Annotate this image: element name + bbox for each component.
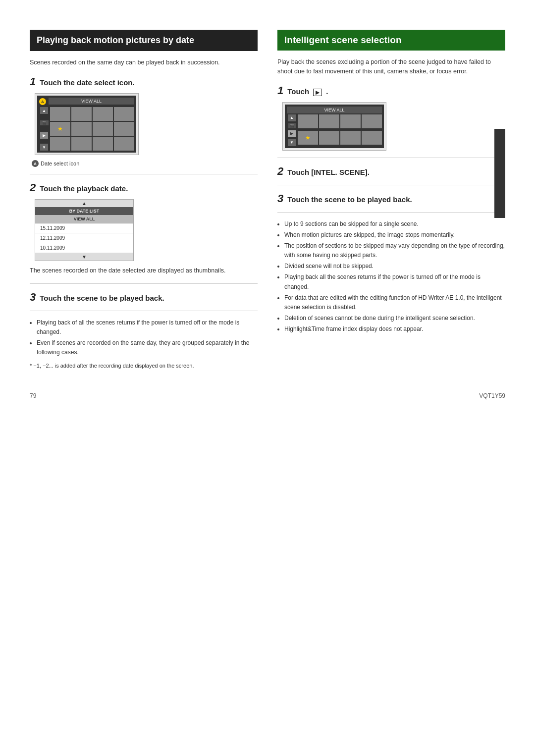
r-bullet-7: Deletion of scenes cannot be done during… bbox=[284, 314, 505, 323]
r-thumb-2 bbox=[319, 114, 339, 128]
r-bullet-5: Playing back all the scenes returns if t… bbox=[284, 272, 505, 291]
date-row-1[interactable]: 15.11.2009 bbox=[35, 223, 133, 233]
r-bullet-3: The position of sections to be skipped m… bbox=[284, 241, 505, 260]
caption-a-text: Date select icon bbox=[41, 161, 79, 166]
date-header: BY DATE LIST bbox=[35, 207, 133, 215]
r-thumb-1 bbox=[298, 114, 318, 128]
date-arrow-down[interactable]: ▼ bbox=[35, 253, 133, 261]
r-thumb-4 bbox=[362, 114, 382, 128]
step1-heading: 1 Touch the date select icon. bbox=[30, 75, 258, 88]
right-step3-number: 3 bbox=[277, 192, 283, 205]
right-step1-label: Touch bbox=[287, 87, 309, 96]
thumb-1 bbox=[50, 107, 70, 121]
cam-play-icon[interactable]: ▶ bbox=[40, 132, 48, 139]
r-bullet-4: Divided scene will not be skipped. bbox=[284, 262, 505, 271]
cam-view-all-bar: VIEW ALL bbox=[49, 98, 134, 105]
thumb-4 bbox=[114, 107, 134, 121]
date-arrow-up[interactable]: ▲ bbox=[35, 200, 133, 207]
right-intro: Play back the scenes excluding a portion… bbox=[277, 57, 505, 76]
cam-up-arrow[interactable]: ▲ bbox=[40, 107, 48, 114]
thumb-2 bbox=[71, 107, 92, 121]
right-cam-thumbs: ★ bbox=[298, 114, 382, 146]
r-bullet-8: Highlight&Time frame index display does … bbox=[284, 324, 505, 334]
right-step1-suffix: . bbox=[326, 87, 328, 96]
left-section-title: Playing back motion pictures by date bbox=[30, 30, 258, 51]
page-number: 79 bbox=[30, 392, 36, 399]
thumb-6 bbox=[71, 122, 92, 136]
thumb-3 bbox=[93, 107, 113, 121]
r-thumb-7 bbox=[340, 131, 361, 145]
step3-heading: 3 Touch the scene to be played back. bbox=[30, 291, 258, 304]
date-list-ui: ▲ BY DATE LIST VIEW ALL 15.11.2009 12.11… bbox=[35, 199, 134, 261]
divider-2 bbox=[30, 283, 258, 284]
step1-number: 1 bbox=[30, 75, 36, 88]
right-step1-number: 1 bbox=[277, 84, 283, 97]
thumb-10 bbox=[71, 137, 92, 151]
divider-1 bbox=[30, 174, 258, 174]
footnote: * −1, −2... is added after the recording… bbox=[30, 362, 258, 370]
r-bullet-1: Up to 9 sections can be skipped for a si… bbox=[284, 219, 505, 229]
step2-label: Touch the playback date. bbox=[40, 184, 128, 193]
left-column: Playing back motion pictures by date Sce… bbox=[30, 30, 258, 373]
right-title-text: Intelligent scene selection bbox=[284, 35, 402, 45]
cam-down-arrow[interactable]: ▼ bbox=[40, 144, 48, 151]
caption-a: A Date select icon bbox=[32, 160, 258, 167]
cam-label-a: A bbox=[39, 98, 46, 105]
r-bullet-2: When motion pictures are skipped, the im… bbox=[284, 230, 505, 240]
thumb-8 bbox=[114, 122, 134, 136]
cam-thumbs-step1: ★ bbox=[50, 107, 134, 151]
cam-grid-step1: ▲ 🎬 ▶ ▼ ★ bbox=[39, 107, 134, 151]
right-divider-3 bbox=[277, 212, 505, 213]
right-step2-label: Touch [INTEL. SCENE]. bbox=[287, 168, 370, 176]
page-layout: Playing back motion pictures by date Sce… bbox=[30, 30, 505, 373]
left-bullet-list: Playing back of all the scenes returns i… bbox=[37, 318, 258, 358]
r-thumb-5: ★ bbox=[298, 131, 318, 145]
right-step3-heading: 3 Touch the scene to be played back. bbox=[277, 192, 505, 205]
date-row-3[interactable]: 10.11.2009 bbox=[35, 243, 133, 253]
bullet-2: Even if scenes are recorded on the same … bbox=[37, 338, 258, 357]
thumb-9 bbox=[50, 137, 70, 151]
left-title-text: Playing back motion pictures by date bbox=[37, 35, 194, 45]
caption-circle-a: A bbox=[32, 160, 39, 167]
right-step2-number: 2 bbox=[277, 165, 283, 178]
right-cam-play[interactable]: ▶ bbox=[288, 130, 296, 137]
right-cam-arrows: ▲ 🎬 ▶ ▼ bbox=[287, 114, 297, 146]
right-step2-heading: 2 Touch [INTEL. SCENE]. bbox=[277, 165, 505, 178]
thumb-7 bbox=[93, 122, 113, 136]
right-column: Intelligent scene selection Play back th… bbox=[277, 30, 505, 338]
cam-inner-right: VIEW ALL ▲ 🎬 ▶ ▼ ★ bbox=[285, 105, 384, 148]
bullet-1: Playing back of all the scenes returns i… bbox=[37, 318, 258, 337]
right-section-title: Intelligent scene selection bbox=[277, 30, 505, 51]
r-bullet-6: For data that are edited with the editin… bbox=[284, 293, 505, 312]
right-divider-2 bbox=[277, 185, 505, 185]
page-footer: 79 VQT1Y59 bbox=[30, 392, 505, 399]
cam-grid-right: ▲ 🎬 ▶ ▼ ★ bbox=[287, 114, 382, 146]
cam-inner-step1: A VIEW ALL ▲ 🎬 ▶ ▼ bbox=[37, 96, 136, 153]
play-icon: ▶ bbox=[313, 89, 322, 96]
date-row-2[interactable]: 12.11.2009 bbox=[35, 233, 133, 243]
cam-arrows-step1: ▲ 🎬 ▶ ▼ bbox=[39, 107, 49, 151]
step3-label: Touch the scene to be played back. bbox=[40, 294, 164, 302]
step2-number: 2 bbox=[30, 181, 36, 194]
thumb-5: ★ bbox=[50, 122, 70, 136]
right-cam-icon: 🎬 bbox=[288, 123, 296, 128]
thumb-11 bbox=[93, 137, 113, 151]
thumb-12 bbox=[114, 137, 134, 151]
right-step1-heading: 1 Touch ▶ . bbox=[277, 84, 505, 97]
r-thumb-3 bbox=[340, 114, 361, 128]
right-bullet-list: Up to 9 sections can be skipped for a si… bbox=[284, 219, 505, 334]
camera-ui-step1: A VIEW ALL ▲ 🎬 ▶ ▼ bbox=[35, 93, 139, 155]
right-cam-up[interactable]: ▲ bbox=[288, 114, 296, 121]
step2-heading: 2 Touch the playback date. bbox=[30, 181, 258, 194]
r-thumb-8 bbox=[362, 131, 382, 145]
r-thumb-6 bbox=[319, 131, 339, 145]
cam-scene-icon: 🎬 bbox=[40, 120, 49, 125]
right-cam-down[interactable]: ▼ bbox=[288, 139, 296, 146]
step3-number: 3 bbox=[30, 291, 36, 304]
right-cam-viewall: VIEW ALL bbox=[287, 107, 382, 113]
divider-3 bbox=[30, 311, 258, 311]
page-wrapper: Playing back motion pictures by date Sce… bbox=[30, 30, 505, 399]
cam-mode-icons: 🎬 bbox=[39, 119, 50, 127]
right-step3-label: Touch the scene to be played back. bbox=[287, 195, 412, 204]
date-view-all[interactable]: VIEW ALL bbox=[35, 215, 133, 223]
